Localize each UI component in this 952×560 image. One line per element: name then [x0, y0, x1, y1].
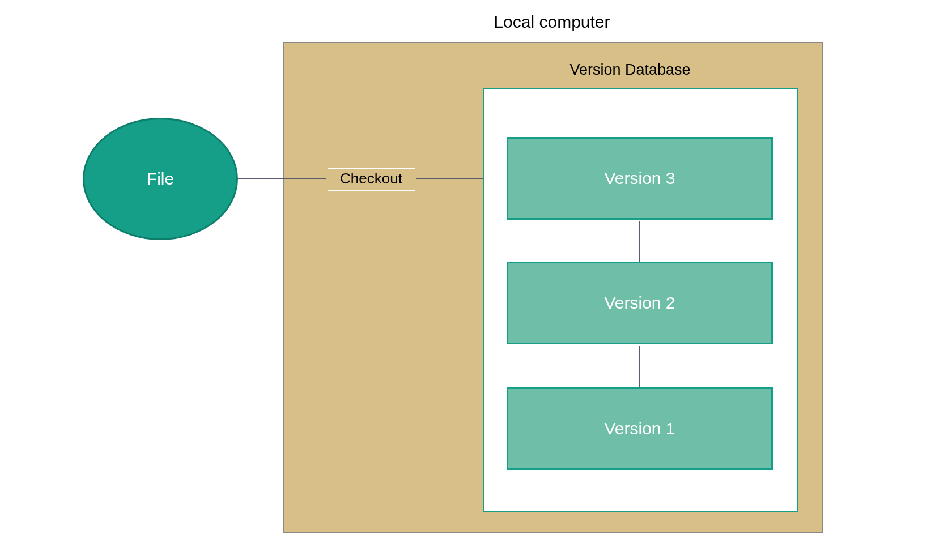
version-2-box: Version 2 [507, 262, 773, 344]
version-3-box: Version 3 [507, 137, 773, 220]
checkout-label-group: Checkout [326, 165, 416, 193]
version-2-label: Version 2 [604, 293, 675, 313]
checkout-label: Checkout [340, 169, 402, 190]
checkout-underline-icon [328, 190, 415, 191]
connector-v2-v1 [639, 346, 640, 387]
connector-v3-v2 [639, 221, 640, 262]
version-1-box: Version 1 [507, 387, 773, 470]
version-1-label: Version 1 [604, 419, 675, 438]
file-label: File [147, 169, 174, 189]
version-3-label: Version 3 [604, 169, 675, 188]
local-computer-title: Local computer [439, 12, 665, 32]
version-database-title: Version Database [483, 61, 777, 79]
file-node: File [83, 118, 238, 240]
diagram-canvas: Local computer Checkout Version Database… [0, 0, 952, 560]
